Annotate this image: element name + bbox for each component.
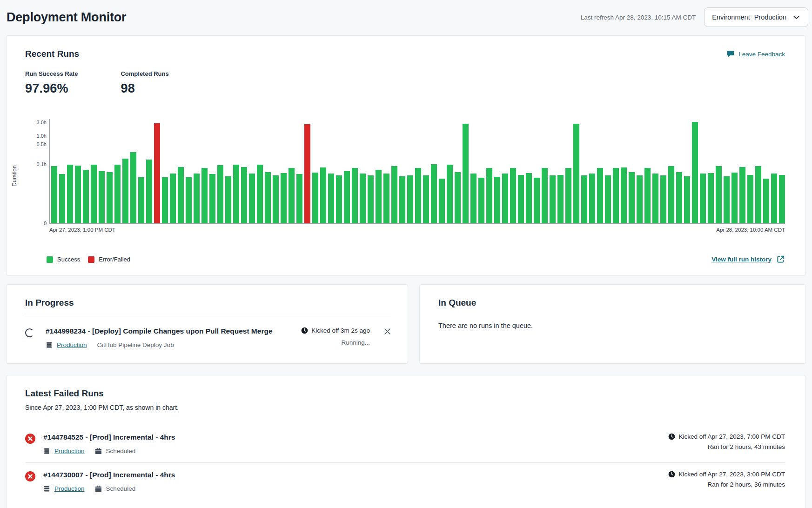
run-bar-success[interactable]	[376, 170, 382, 223]
run-bar-success[interactable]	[731, 173, 738, 223]
run-bar-success[interactable]	[114, 165, 121, 223]
run-bar-success[interactable]	[755, 166, 761, 223]
run-bar-success[interactable]	[217, 165, 223, 223]
run-bar-success[interactable]	[494, 177, 500, 223]
run-bar-success[interactable]	[178, 167, 184, 223]
run-bar-success[interactable]	[581, 175, 587, 223]
run-bar-success[interactable]	[194, 174, 200, 223]
run-bar-success[interactable]	[328, 174, 334, 223]
run-bar-success[interactable]	[360, 174, 366, 223]
close-icon[interactable]	[384, 328, 391, 335]
run-bar-success[interactable]	[352, 168, 358, 223]
run-bar-success[interactable]	[320, 167, 326, 223]
run-bar-success[interactable]	[383, 174, 389, 223]
run-bar-success[interactable]	[431, 164, 437, 223]
run-bar-success[interactable]	[739, 167, 745, 223]
run-bar-success[interactable]	[518, 175, 524, 224]
view-full-run-history-link[interactable]: View full run history	[711, 255, 785, 264]
leave-feedback-link[interactable]: Leave Feedback	[726, 50, 785, 58]
run-bar-success[interactable]	[470, 174, 476, 223]
run-bar-success[interactable]	[684, 176, 690, 223]
run-bar-success[interactable]	[573, 124, 579, 223]
run-bar-success[interactable]	[439, 179, 445, 223]
run-bar-success[interactable]	[399, 176, 405, 223]
run-bar-success[interactable]	[186, 177, 192, 223]
run-bar-success[interactable]	[652, 174, 658, 223]
run-bar-success[interactable]	[67, 165, 73, 223]
run-bar-success[interactable]	[51, 166, 57, 224]
run-bar-success[interactable]	[455, 172, 461, 223]
run-bar-success[interactable]	[209, 174, 215, 223]
run-bar-success[interactable]	[763, 179, 769, 223]
run-bar-success[interactable]	[510, 168, 516, 223]
run-bar-success[interactable]	[344, 171, 350, 223]
run-bar-success[interactable]	[486, 168, 492, 223]
run-bar-success[interactable]	[613, 168, 619, 223]
run-bar-failed[interactable]	[304, 124, 310, 224]
run-bar-success[interactable]	[265, 172, 271, 223]
run-bar-success[interactable]	[724, 176, 730, 223]
run-bar-success[interactable]	[130, 152, 136, 223]
run-bar-success[interactable]	[463, 124, 469, 223]
environment-dropdown[interactable]: Environment Production	[704, 7, 808, 27]
run-bar-success[interactable]	[281, 173, 287, 223]
run-bar-success[interactable]	[771, 174, 777, 223]
run-bar-success[interactable]	[534, 178, 540, 223]
run-bar-success[interactable]	[605, 175, 611, 223]
run-bar-success[interactable]	[629, 172, 635, 223]
run-bar-success[interactable]	[391, 166, 397, 223]
run-bar-success[interactable]	[526, 173, 532, 223]
run-bar-success[interactable]	[233, 165, 239, 223]
environment-link[interactable]: Production	[54, 485, 85, 492]
run-bar-success[interactable]	[91, 165, 97, 223]
run-bar-success[interactable]	[289, 168, 295, 223]
run-bar-success[interactable]	[589, 174, 595, 223]
environment-link[interactable]: Production	[57, 341, 87, 348]
run-bar-success[interactable]	[170, 174, 176, 223]
run-bar-success[interactable]	[368, 175, 374, 223]
run-bar-success[interactable]	[502, 174, 508, 223]
run-bar-success[interactable]	[660, 175, 666, 223]
run-bar-success[interactable]	[716, 166, 722, 223]
run-bar-success[interactable]	[241, 167, 247, 223]
run-bar-success[interactable]	[201, 168, 208, 223]
run-bar-success[interactable]	[162, 177, 168, 223]
run-bar-success[interactable]	[59, 174, 65, 223]
run-bar-success[interactable]	[668, 166, 674, 223]
run-bar-success[interactable]	[478, 178, 484, 223]
run-bar-failed[interactable]	[154, 123, 160, 223]
run-bar-success[interactable]	[99, 171, 105, 223]
run-bar-success[interactable]	[225, 176, 231, 223]
run-bar-success[interactable]	[423, 175, 429, 223]
run-bar-success[interactable]	[747, 175, 753, 224]
run-bar-success[interactable]	[447, 165, 453, 223]
run-bar-success[interactable]	[138, 177, 144, 223]
run-bar-success[interactable]	[676, 172, 682, 223]
run-bar-success[interactable]	[336, 175, 342, 223]
run-bar-success[interactable]	[597, 168, 603, 223]
run-bar-success[interactable]	[779, 175, 785, 223]
run-bar-success[interactable]	[107, 172, 113, 224]
run-bar-success[interactable]	[557, 175, 564, 223]
run-bar-success[interactable]	[644, 168, 651, 223]
run-bar-success[interactable]	[257, 165, 263, 223]
run-bar-success[interactable]	[415, 168, 421, 223]
run-bar-success[interactable]	[542, 168, 548, 223]
run-bar-success[interactable]	[637, 175, 643, 223]
run-bar-success[interactable]	[407, 175, 413, 223]
run-bar-success[interactable]	[550, 175, 556, 223]
run-bar-success[interactable]	[75, 166, 81, 223]
run-bar-success[interactable]	[273, 175, 279, 223]
run-bar-success[interactable]	[146, 160, 152, 223]
run-bar-success[interactable]	[621, 167, 627, 223]
environment-link[interactable]: Production	[54, 448, 85, 455]
run-bar-success[interactable]	[122, 159, 128, 223]
run-bar-success[interactable]	[296, 174, 302, 223]
run-bar-success[interactable]	[249, 174, 255, 223]
run-bar-success[interactable]	[83, 170, 89, 223]
run-bar-success[interactable]	[565, 168, 571, 223]
run-bar-success[interactable]	[700, 174, 706, 223]
run-bar-success[interactable]	[708, 173, 714, 223]
run-bar-success[interactable]	[692, 122, 698, 223]
run-bar-success[interactable]	[312, 173, 318, 223]
